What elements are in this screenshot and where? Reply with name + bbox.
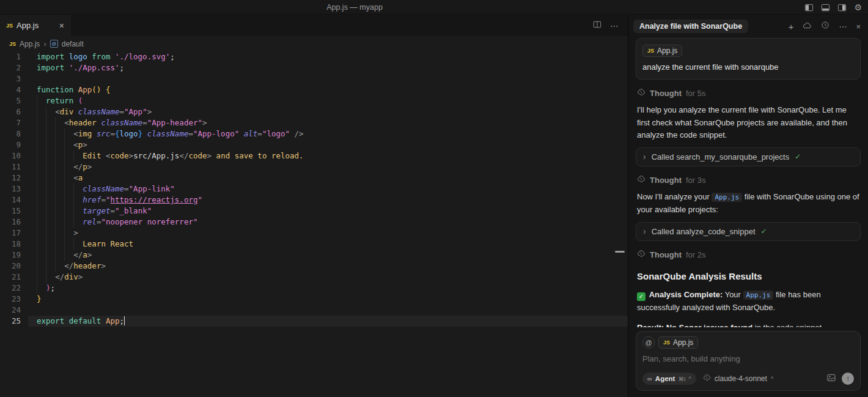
code-line[interactable]: 7 <header className="App-header">: [0, 117, 628, 128]
code-line[interactable]: 14 href="https://reactjs.org": [0, 195, 628, 206]
indent-guide: [46, 206, 55, 217]
code-line[interactable]: 20 </header>: [0, 261, 628, 272]
history-icon[interactable]: [821, 21, 829, 32]
user-message-card: JS App.js analyze the current file with …: [636, 38, 861, 80]
indent-guide: [46, 117, 55, 128]
js-file-icon: JS: [647, 48, 654, 54]
indent-guide: [37, 217, 46, 228]
breadcrumb-symbol[interactable]: default: [62, 40, 84, 48]
thought-row[interactable]: Thought for 5s: [637, 88, 859, 98]
chat-more-icon[interactable]: ⋯: [839, 23, 847, 31]
caret-icon: ^: [771, 376, 773, 382]
code-line[interactable]: 6 <div className="App">: [0, 106, 628, 117]
indent-guide: [46, 173, 55, 184]
code-line[interactable]: 5 return (: [0, 95, 628, 106]
thought-row[interactable]: Thought for 2s: [637, 250, 859, 260]
line-number: 3: [0, 73, 21, 84]
indent-guide: [64, 173, 73, 184]
indent-guide: [64, 128, 73, 139]
new-chat-plus-icon[interactable]: +: [789, 22, 794, 31]
settings-gear-icon[interactable]: ⚙: [854, 3, 862, 12]
results-line-1: ✓ Analysis Complete: Your App.js file ha…: [637, 289, 859, 314]
editor-more-actions-icon[interactable]: ⋯: [610, 21, 619, 31]
chat-panel: Analyze file with SonarQube + ⋯ × JS App…: [628, 15, 868, 397]
add-context-button[interactable]: @: [642, 336, 655, 349]
tab-close-icon[interactable]: ×: [58, 21, 65, 30]
indent-guide: [55, 150, 64, 161]
file-context-chip[interactable]: JS App.js: [658, 336, 698, 349]
code-editor[interactable]: 1import logo from './logo.svg';2import '…: [0, 51, 628, 397]
user-message-text: analyze the current file with sonarqube: [642, 62, 854, 72]
indent-guide: [55, 117, 64, 128]
cloud-icon[interactable]: [803, 21, 812, 32]
layout-sidebar-left-icon[interactable]: [804, 3, 814, 12]
layout-panel-bottom-icon[interactable]: [821, 3, 830, 12]
code-line[interactable]: 25export default App;: [0, 316, 628, 327]
layout-sidebar-right-icon[interactable]: [837, 3, 847, 12]
line-number: 2: [0, 62, 21, 73]
line-number: 10: [0, 150, 21, 161]
chat-header: Analyze file with SonarQube + ⋯ ×: [628, 15, 868, 35]
indent-guide: [37, 228, 46, 239]
indent-guide: [46, 217, 55, 228]
breadcrumb-file[interactable]: App.js: [20, 40, 40, 48]
indent-guide: [46, 150, 55, 161]
file-chip-label: App.js: [657, 46, 677, 55]
agent-mode-selector[interactable]: ∞ Agent ⌘I ^: [642, 373, 696, 385]
code-line[interactable]: 23}: [0, 294, 628, 305]
chat-input[interactable]: @ JS App.js Plan, search, build anything…: [636, 331, 861, 391]
code-line[interactable]: 24: [0, 305, 628, 316]
tool-call-analyze-snippet[interactable]: › Called analyze_code_snippet ✓: [636, 222, 861, 241]
chat-tab-title[interactable]: Analyze file with SonarQube: [633, 20, 748, 33]
code-line[interactable]: 18 Learn React: [0, 239, 628, 250]
code-line[interactable]: 8 <img src={logo} className="App-logo" a…: [0, 128, 628, 139]
symbol-default-icon: @: [50, 40, 58, 48]
code-line[interactable]: 4function App() {: [0, 84, 628, 95]
indent-guide: [37, 195, 46, 206]
code-line[interactable]: 15 target="_blank": [0, 206, 628, 217]
indent-guide: [73, 184, 83, 195]
code-line[interactable]: 3: [0, 73, 628, 84]
chat-thread: JS App.js analyze the current file with …: [628, 35, 868, 327]
tab-appjs[interactable]: JS App.js ×: [0, 15, 72, 36]
indent-guide: [64, 228, 73, 239]
window-title: App.js — myapp: [0, 0, 709, 15]
indent-guide: [55, 195, 64, 206]
indent-guide: [37, 283, 46, 294]
indent-guide: [64, 150, 73, 161]
code-line[interactable]: 21 </div>: [0, 272, 628, 283]
split-editor-icon[interactable]: [593, 20, 601, 31]
code-line[interactable]: 16 rel="noopener noreferrer": [0, 217, 628, 228]
indent-guide: [37, 261, 46, 272]
indent-guide: [46, 139, 55, 150]
code-line[interactable]: 22 );: [0, 283, 628, 294]
code-line[interactable]: 10 Edit <code>src/App.js</code> and save…: [0, 150, 628, 161]
input-placeholder[interactable]: Plan, search, build anything: [642, 354, 854, 363]
code-line[interactable]: 13 className="App-link": [0, 184, 628, 195]
code-line[interactable]: 2import './App.css';: [0, 62, 628, 73]
chevron-right-icon: ›: [643, 152, 646, 161]
file-context-chip: JS App.js: [642, 45, 682, 57]
chevron-right-icon: ›: [43, 39, 46, 48]
indent-guide: [37, 250, 46, 261]
line-number: 25: [0, 316, 21, 327]
indent-guide: [73, 206, 83, 217]
model-selector[interactable]: claude-4-sonnet ^: [703, 373, 773, 384]
code-line[interactable]: 1import logo from './logo.svg';: [0, 51, 628, 62]
indent-guide: [55, 206, 64, 217]
code-line[interactable]: 12 <a: [0, 173, 628, 184]
code-line[interactable]: 9 <p>: [0, 139, 628, 150]
indent-guide: [73, 195, 83, 206]
indent-guide: [46, 161, 55, 173]
send-button[interactable]: ↑: [842, 373, 854, 385]
line-number: 13: [0, 184, 21, 195]
line-number: 20: [0, 261, 21, 272]
code-line[interactable]: 17 >: [0, 228, 628, 239]
thought-row[interactable]: Thought for 3s: [637, 175, 859, 185]
attach-image-icon[interactable]: [826, 373, 836, 385]
tool-call-search-projects[interactable]: › Called search_my_sonarqube_projects ✓: [636, 147, 861, 166]
code-line[interactable]: 19 </a>: [0, 250, 628, 261]
chat-close-icon[interactable]: ×: [856, 23, 861, 31]
code-line[interactable]: 11 </p>: [0, 161, 628, 173]
panel-resize-handle[interactable]: [615, 251, 625, 253]
